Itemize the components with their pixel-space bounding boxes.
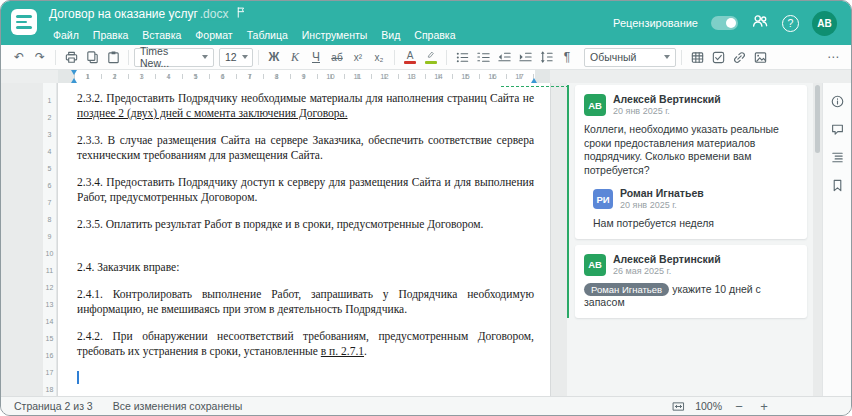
redo-button[interactable]: ↷ — [30, 47, 50, 67]
zoom-in-button[interactable]: + — [756, 398, 772, 414]
ruler-number: 3 — [128, 70, 155, 83]
menu-table[interactable]: Таблица — [240, 25, 295, 45]
nonprinting-characters-button[interactable]: ¶ — [557, 47, 577, 67]
numbered-list-button[interactable] — [473, 47, 493, 67]
caret-down-icon — [664, 55, 670, 59]
subscript-button[interactable]: х₂ — [369, 47, 389, 67]
vertical-ruler[interactable]: 123456789101112131415161718 — [43, 83, 57, 396]
info-icon[interactable] — [828, 92, 846, 110]
undo-button[interactable]: ↶ — [9, 47, 29, 67]
highlight-color-button[interactable] — [421, 47, 441, 67]
v-ruler-numbers: 123456789101112131415161718 — [43, 83, 56, 396]
checkbox-button[interactable] — [708, 47, 728, 67]
insert-link-button[interactable] — [729, 47, 749, 67]
ruler-number: 8 — [43, 211, 56, 228]
decrease-indent-button[interactable] — [494, 47, 514, 67]
insert-image-button[interactable] — [750, 47, 770, 67]
menu-help[interactable]: Справка — [407, 25, 462, 45]
ruler-number: 7 — [236, 70, 263, 83]
navigation-icon[interactable] — [828, 148, 846, 166]
menu-edit[interactable]: Правка — [86, 25, 135, 45]
page-indicator[interactable]: Страница 2 из 3 — [14, 400, 93, 412]
fit-width-icon[interactable] — [670, 398, 686, 414]
ruler-number: 17 — [43, 364, 56, 381]
ruler-number: 12 — [371, 70, 398, 83]
app-header: Договор на оказание услуг.docx Файл Прав… — [1, 1, 851, 45]
ruler-number: 13 — [398, 70, 425, 83]
menu-file[interactable]: Файл — [46, 25, 86, 45]
paragraph-style-select[interactable]: Обычный — [584, 48, 676, 67]
first-line-indent-marker[interactable] — [71, 70, 77, 75]
ruler-number: 13 — [43, 296, 56, 313]
insert-table-button[interactable] — [687, 47, 707, 67]
app-logo-icon[interactable] — [11, 9, 37, 35]
comment-author-name: Алексей Вертинский — [613, 253, 721, 265]
comments-icon[interactable] — [828, 120, 846, 138]
reply-date: 20 янв 2025 г. — [620, 200, 704, 211]
favorite-flag-icon[interactable] — [235, 6, 248, 23]
ruler-number: 14 — [43, 313, 56, 330]
bullet-list-button[interactable] — [452, 47, 472, 67]
text-cursor — [77, 371, 79, 384]
user-mention-chip[interactable]: Роман Игнатьев — [584, 283, 669, 296]
menu-insert[interactable]: Вставка — [135, 25, 188, 45]
help-icon[interactable]: ? — [782, 15, 799, 32]
user-avatar[interactable]: АВ — [812, 11, 837, 36]
ruler-number: 16 — [479, 70, 506, 83]
more-toolbar-button[interactable]: ⋯ — [823, 47, 843, 67]
document-title: Договор на оказание услуг — [49, 7, 198, 22]
line-spacing-button[interactable] — [536, 47, 556, 67]
increase-indent-button[interactable] — [515, 47, 535, 67]
toolbar-divider — [446, 50, 447, 65]
copy-button[interactable] — [82, 47, 102, 67]
horizontal-ruler[interactable]: 1234567891011121314151617 — [58, 70, 550, 83]
document-page[interactable]: 2.3.2. Предоставить Подрядчику необходим… — [58, 83, 550, 396]
toolbar: ↶ ↷ Times New... 12 Ж К Ч аб х² х₂ А ¶ О… — [1, 45, 851, 70]
ruler-number: 11 — [344, 70, 371, 83]
vertical-scrollbar[interactable] — [815, 85, 820, 394]
menu-view[interactable]: Вид — [374, 25, 407, 45]
bold-button[interactable]: Ж — [264, 47, 284, 67]
comment-thread[interactable]: АВ Алексей Вертинский 26 мая 2025 г. Ром… — [575, 245, 807, 318]
comment-reply[interactable]: РИ Роман Игнатьев 20 янв 2025 г. Нам пот… — [584, 187, 798, 231]
tracked-insertion: в п. 2.7.1 — [321, 345, 364, 357]
zoom-out-button[interactable]: − — [731, 398, 747, 414]
toolbar-divider — [681, 50, 682, 65]
ruler-number: 8 — [263, 70, 290, 83]
ruler-number: 9 — [290, 70, 317, 83]
underline-button[interactable]: Ч — [306, 47, 326, 67]
paragraph: 2.3.3. В случае размещения Сайта на серв… — [77, 133, 534, 163]
ruler-number: 12 — [43, 279, 56, 296]
review-toggle[interactable] — [711, 16, 738, 30]
tracked-insertion: позднее 2 (двух) дней с момента заключен… — [77, 107, 348, 119]
collaboration-users-icon[interactable] — [751, 12, 769, 34]
bookmarks-icon[interactable] — [828, 176, 846, 194]
zoom-level[interactable]: 100% — [695, 400, 722, 412]
scrollbar-thumb[interactable] — [815, 85, 820, 153]
comment-author-avatar: АВ — [584, 94, 606, 116]
ruler-number: 1 — [74, 70, 101, 83]
ruler-row: 1234567891011121314151617 — [1, 70, 851, 83]
ruler-number: 16 — [43, 347, 56, 364]
menu-format[interactable]: Формат — [188, 25, 239, 45]
italic-button[interactable]: К — [285, 47, 305, 67]
ruler-number: 6 — [209, 70, 236, 83]
ruler-number: 15 — [452, 70, 479, 83]
comment-thread[interactable]: АВ Алексей Вертинский 20 янв 2025 г. Кол… — [575, 85, 807, 239]
font-size-select[interactable]: 12 — [219, 48, 253, 67]
print-button[interactable] — [61, 47, 81, 67]
paragraph: 2.4. Заказчик вправе: — [77, 260, 534, 275]
ruler-number: 10 — [317, 70, 344, 83]
comment-date: 20 янв 2025 г. — [613, 106, 721, 117]
reply-author-name: Роман Игнатьев — [620, 187, 704, 199]
ruler-number: 14 — [425, 70, 452, 83]
superscript-button[interactable]: х² — [348, 47, 368, 67]
font-name-select[interactable]: Times New... — [134, 48, 214, 67]
paragraph: 2.3.2. Предоставить Подрядчику необходим… — [77, 91, 534, 121]
document-title-extension: .docx — [200, 7, 229, 22]
ruler-number: 4 — [155, 70, 182, 83]
paste-button[interactable] — [103, 47, 123, 67]
strikethrough-button[interactable]: аб — [327, 47, 347, 67]
menu-tools[interactable]: Инструменты — [295, 25, 374, 45]
font-color-button[interactable]: А — [400, 47, 420, 67]
